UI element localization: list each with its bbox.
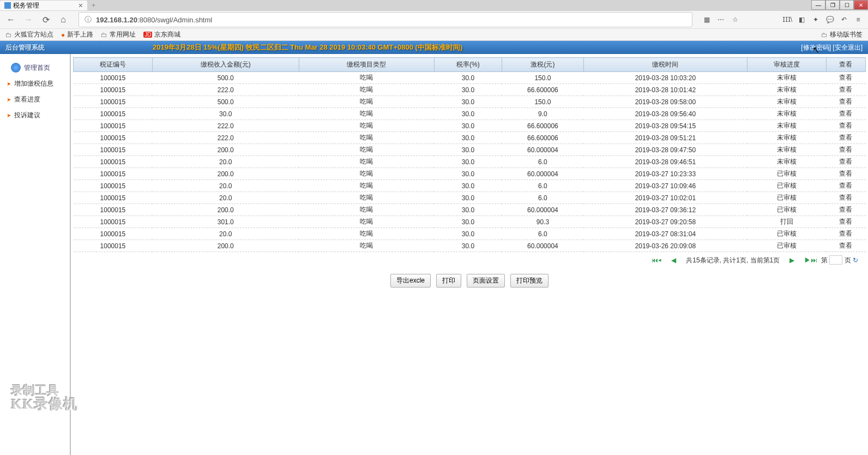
menu-icon[interactable]: ≡ xyxy=(853,14,864,25)
pager-last-icon[interactable]: ▶⏭ xyxy=(804,256,817,264)
cell-id: 1000015 xyxy=(74,132,153,144)
nav-reload-button[interactable]: ⟳ xyxy=(39,13,52,26)
cell-status: 已审核 xyxy=(747,228,826,240)
new-tab-button[interactable]: + xyxy=(87,2,100,9)
app-logo: 后台管理系统 xyxy=(5,43,45,52)
sidebar-item-label: 增加缴税信息 xyxy=(14,79,53,88)
sidebar-item-label: 投诉建议 xyxy=(14,111,40,120)
cell-income: 222.0 xyxy=(152,84,299,96)
cell-status: 已审核 xyxy=(747,180,826,192)
table-row: 100001530.0吃喝30.09.02019-03-28 09:56:40未… xyxy=(74,108,866,120)
star-icon[interactable]: ☆ xyxy=(730,14,740,25)
view-link[interactable]: 查看 xyxy=(839,170,852,177)
view-link[interactable]: 查看 xyxy=(839,110,852,117)
addons-icon[interactable]: ✦ xyxy=(810,14,821,25)
url-bar[interactable]: ⓘ 192.168.1.20:8080/swgl/Admin.shtml xyxy=(79,12,692,27)
table-row: 1000015200.0吃喝30.060.0000042019-03-27 09… xyxy=(74,204,866,216)
cell-rate: 30.0 xyxy=(434,204,502,216)
pager-next-icon[interactable]: ▶ xyxy=(789,256,794,264)
reader-icon[interactable]: ▦ xyxy=(701,14,712,25)
browser-tab[interactable]: 税务管理 × xyxy=(0,1,87,10)
cell-id: 1000015 xyxy=(74,192,153,204)
cell-time: 2019-03-27 10:09:46 xyxy=(583,180,747,192)
view-link[interactable]: 查看 xyxy=(839,206,852,213)
sidebar-item[interactable]: ➤查看进度 xyxy=(0,92,70,107)
view-link[interactable]: 查看 xyxy=(839,230,852,237)
tab-title: 税务管理 xyxy=(13,1,39,10)
window-maximize-button[interactable]: ☐ xyxy=(840,0,854,10)
cell-tax: 6.0 xyxy=(502,156,583,168)
sidebar: 管理首页 ➤增加缴税信息➤查看进度➤投诉建议 xyxy=(0,54,71,455)
view-link[interactable]: 查看 xyxy=(839,158,852,165)
col-action: 查看 xyxy=(826,58,865,72)
sidebar-item-label: 查看进度 xyxy=(14,95,40,104)
sidebar-home[interactable]: 管理首页 xyxy=(0,59,70,76)
cell-id: 1000015 xyxy=(74,204,153,216)
view-link[interactable]: 查看 xyxy=(839,86,852,93)
bookmark-item[interactable]: 🗀火狐官方站点 xyxy=(5,30,53,39)
folder-icon: 🗀 xyxy=(5,31,12,39)
sidebar-item[interactable]: ➤增加缴税信息 xyxy=(0,76,70,92)
bookmark-item[interactable]: 🗀常用网址 xyxy=(101,30,136,39)
cell-rate: 30.0 xyxy=(434,108,502,120)
cell-status: 已审核 xyxy=(747,168,826,180)
print-button[interactable]: 打印 xyxy=(436,274,461,288)
chat-icon[interactable]: 💬 xyxy=(824,14,835,25)
cell-income: 20.0 xyxy=(152,228,299,240)
table-row: 1000015222.0吃喝30.066.6000062019-03-28 09… xyxy=(74,132,866,144)
view-link[interactable]: 查看 xyxy=(839,74,852,81)
cell-time: 2019-03-28 10:01:42 xyxy=(583,84,747,96)
view-link[interactable]: 查看 xyxy=(839,98,852,105)
print-preview-button[interactable]: 打印预览 xyxy=(510,274,548,288)
view-link[interactable]: 查看 xyxy=(839,146,852,153)
page-setup-button[interactable]: 页面设置 xyxy=(467,274,505,288)
pager-prev-icon[interactable]: ◀ xyxy=(671,256,676,264)
cell-status: 已审核 xyxy=(747,240,826,252)
cell-status: 已审核 xyxy=(747,192,826,204)
tab-close-icon[interactable]: × xyxy=(79,1,83,10)
pager-refresh-icon[interactable]: ↻ xyxy=(853,256,858,264)
sidebar-item[interactable]: ➤投诉建议 xyxy=(0,107,70,123)
change-password-link[interactable]: [修改密码] xyxy=(801,44,831,51)
nav-forward-button[interactable]: → xyxy=(22,13,35,26)
url-text: 192.168.1.20:8080/swgl/Admin.shtml xyxy=(96,16,212,24)
view-link[interactable]: 查看 xyxy=(839,134,852,141)
window-minimize-button[interactable]: — xyxy=(811,0,825,10)
cell-rate: 30.0 xyxy=(434,180,502,192)
nav-back-button[interactable]: ← xyxy=(4,13,17,26)
cell-status: 已审核 xyxy=(747,204,826,216)
bookmark-item[interactable]: ●新手上路 xyxy=(61,30,93,39)
view-link[interactable]: 查看 xyxy=(839,122,852,129)
cell-rate: 30.0 xyxy=(434,240,502,252)
table-row: 1000015200.0吃喝30.060.0000042019-03-26 20… xyxy=(74,240,866,252)
window-close-button[interactable]: ✕ xyxy=(854,0,868,10)
sidebar-icon[interactable]: ◧ xyxy=(796,14,807,25)
cell-tax: 60.000004 xyxy=(502,204,583,216)
cell-income: 222.0 xyxy=(152,132,299,144)
cell-rate: 30.0 xyxy=(434,84,502,96)
mobile-bookmarks[interactable]: 🗀移动版书签 xyxy=(821,30,863,39)
pager-first-icon[interactable]: ⏮◀ xyxy=(652,256,661,264)
bookmark-item[interactable]: JD京东商城 xyxy=(143,30,180,39)
pager: ⏮◀ ◀ 共15条记录, 共计1页, 当前第1页 ▶ ▶⏭ 第 页 ↻ xyxy=(73,252,866,268)
window-restore-button[interactable]: ❐ xyxy=(825,0,840,10)
view-link[interactable]: 查看 xyxy=(839,218,852,225)
cell-id: 1000015 xyxy=(74,144,153,156)
cell-income: 222.0 xyxy=(152,120,299,132)
view-link[interactable]: 查看 xyxy=(839,182,852,189)
cell-tax: 66.600006 xyxy=(502,120,583,132)
view-link[interactable]: 查看 xyxy=(839,242,852,249)
cell-type: 吃喝 xyxy=(299,216,434,228)
nav-home-button[interactable]: ⌂ xyxy=(57,13,70,26)
page-number-input[interactable] xyxy=(829,255,842,265)
view-link[interactable]: 查看 xyxy=(839,194,852,201)
more-icon[interactable]: ⋯ xyxy=(715,14,726,25)
export-button[interactable]: 导出excle xyxy=(390,274,431,288)
col-income: 缴税收入金额(元) xyxy=(152,58,299,72)
undo-icon[interactable]: ↶ xyxy=(839,14,849,25)
library-icon[interactable]: 𝖨𝖨𝖨\ xyxy=(782,14,793,25)
logout-link[interactable]: [安全退出] xyxy=(833,44,863,51)
cell-income: 200.0 xyxy=(152,240,299,252)
app-header: 后台管理系统 2019年3月28日 15%(星期四) 牧民二区归二 Thu Ma… xyxy=(0,41,868,54)
tab-favicon xyxy=(4,2,11,9)
